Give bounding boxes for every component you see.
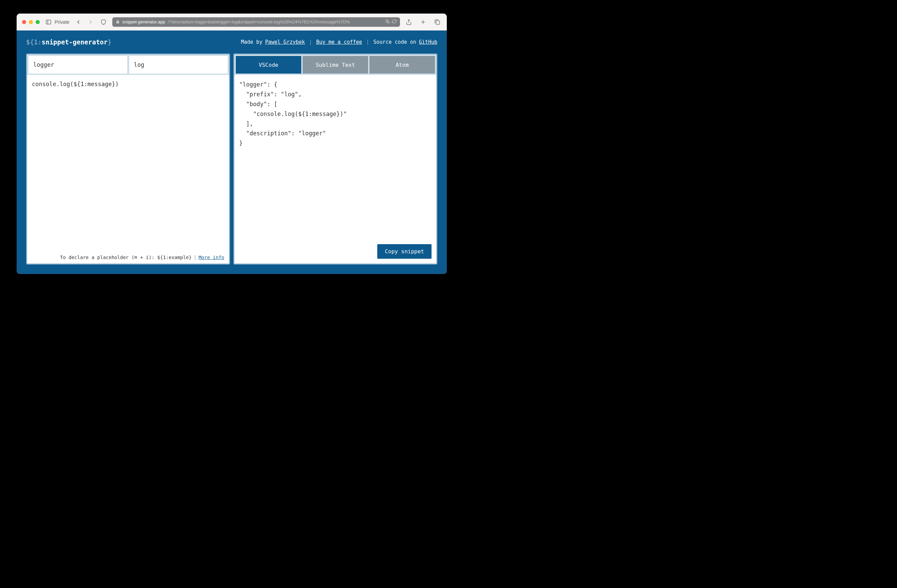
separator: | — [366, 39, 369, 45]
minimize-window-button[interactable] — [29, 20, 33, 24]
app-header: ${1:snippet-generator} Made by Pawel Grz… — [17, 31, 447, 53]
trigger-input[interactable] — [129, 56, 228, 73]
source-prefix: Source code on — [373, 39, 416, 45]
new-tab-icon[interactable] — [419, 18, 427, 26]
made-by-prefix: Made by — [241, 39, 262, 45]
forward-button[interactable] — [87, 18, 95, 26]
tabs-overview-icon[interactable] — [433, 18, 441, 26]
coffee-link[interactable]: Buy me a coffee — [316, 39, 362, 45]
svg-rect-0 — [46, 20, 51, 24]
sidebar-toggle[interactable]: Private — [44, 18, 70, 26]
maximize-window-button[interactable] — [36, 20, 40, 24]
url-domain: snippet-generator.app — [122, 19, 165, 24]
tab-atom[interactable]: Atom — [369, 56, 435, 73]
svg-rect-5 — [436, 21, 440, 24]
input-row — [27, 55, 229, 75]
back-button[interactable] — [74, 18, 83, 26]
more-info-link[interactable]: More info — [199, 255, 224, 260]
url-path: /?description=logger&tabtrigger=log&snip… — [168, 19, 350, 24]
snippet-textarea[interactable]: console.log(${1:message}) — [27, 75, 229, 252]
made-by-link[interactable]: Pawel Grzybek — [265, 39, 305, 45]
output-code[interactable]: "logger": { "prefix": "log", "body": [ "… — [234, 75, 436, 241]
translate-icon[interactable] — [385, 19, 390, 25]
close-window-button[interactable] — [22, 20, 26, 24]
header-links: Made by Pawel Grzybek | Buy me a coffee … — [241, 39, 437, 45]
address-bar[interactable]: snippet-generator.app/?description=logge… — [112, 17, 400, 27]
address-bar-actions — [385, 19, 396, 25]
placeholder-hint: To declare a placeholder (⌘ + i): ${1:ex… — [60, 255, 192, 260]
lock-icon — [116, 20, 120, 24]
editor-tabs: VSCode Sublime Text Atom — [234, 55, 436, 75]
copy-snippet-button[interactable]: Copy snippet — [377, 244, 432, 259]
window-controls — [22, 20, 40, 24]
source-link[interactable]: GitHub — [419, 39, 437, 45]
browser-toolbar: Private snippet-generator.app/?descripti… — [17, 14, 447, 31]
browser-window: Private snippet-generator.app/?descripti… — [17, 14, 447, 274]
chrome-right-actions — [405, 18, 441, 26]
app-root: ${1:snippet-generator} Made by Pawel Grz… — [17, 31, 447, 274]
copy-row: Copy snippet — [234, 241, 436, 263]
tab-vscode[interactable]: VSCode — [236, 56, 301, 73]
sidebar-icon — [44, 18, 53, 26]
private-label: Private — [55, 19, 70, 25]
share-icon[interactable] — [405, 18, 413, 26]
logo-suffix: } — [107, 38, 111, 46]
reload-icon[interactable] — [392, 19, 396, 25]
left-panel: console.log(${1:message}) To declare a p… — [26, 53, 230, 264]
right-panel: VSCode Sublime Text Atom "logger": { "pr… — [233, 53, 437, 264]
panels: console.log(${1:message}) To declare a p… — [17, 53, 447, 274]
separator: | — [309, 39, 312, 45]
separator: | — [194, 255, 196, 260]
logo-main: snippet-generator — [42, 38, 107, 46]
description-input[interactable] — [29, 56, 127, 73]
nav-arrows — [74, 18, 95, 26]
shield-icon[interactable] — [99, 18, 107, 26]
tab-sublime[interactable]: Sublime Text — [303, 56, 368, 73]
app-logo: ${1:snippet-generator} — [26, 38, 112, 46]
logo-prefix: ${1: — [26, 38, 42, 46]
left-footer: To declare a placeholder (⌘ + i): ${1:ex… — [27, 252, 229, 263]
